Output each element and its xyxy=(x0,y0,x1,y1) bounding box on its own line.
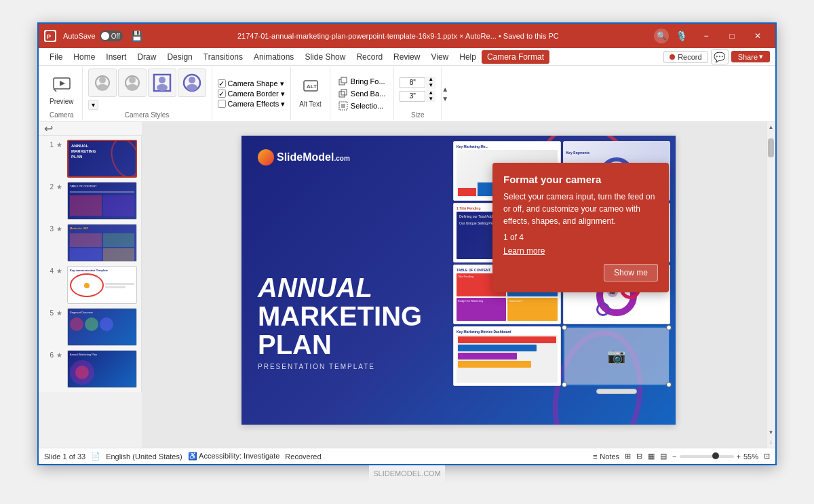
scroll-down-button[interactable]: ▼ xyxy=(769,427,774,437)
zoom-slider-thumb xyxy=(712,452,719,459)
camera-effects-btn[interactable]: Camera Effects ▾ xyxy=(218,100,286,109)
selection-button[interactable]: Selectio... xyxy=(336,100,388,111)
camera-border-check: ✓ xyxy=(218,90,226,98)
thumb-overlay-7: Key Marketing Metrics Dashboard xyxy=(453,326,561,386)
resize-handle-tr[interactable] xyxy=(666,325,672,330)
resize-handle-bl[interactable] xyxy=(562,382,567,387)
share-label: Share xyxy=(738,53,758,61)
scroll-up-button[interactable]: ▲ xyxy=(769,122,774,132)
slide-canvas[interactable]: SlideModel.com ANNUAL MARKETING PLAN PRE… xyxy=(241,136,676,425)
ribbon-group-alt: ALT Alt Text xyxy=(291,67,330,120)
record-button[interactable]: Record xyxy=(663,51,708,63)
slide-thumb-2[interactable]: TABLE OF CONTENT xyxy=(67,182,137,220)
camera-preview-icon xyxy=(52,74,71,96)
slide-thumb-6[interactable]: Annual Marketing Plan xyxy=(67,350,137,388)
preview-button[interactable]: Preview xyxy=(47,71,77,108)
menu-review[interactable]: Review xyxy=(388,50,425,64)
svg-point-13 xyxy=(157,84,168,91)
reading-view-button[interactable]: ▦ xyxy=(648,452,655,461)
menu-record[interactable]: Record xyxy=(351,50,388,64)
slide-thumb-5[interactable]: Segment Overview xyxy=(67,308,137,346)
ribbon-up-arrow[interactable]: ▲ xyxy=(442,84,448,94)
zoom-level[interactable]: 55% xyxy=(743,452,758,461)
svg-point-9 xyxy=(129,77,136,83)
minimize-button[interactable]: − xyxy=(694,26,718,45)
svg-text:ALT: ALT xyxy=(307,83,317,90)
accessibility-btn[interactable]: ♿ Accessibility: Investigate xyxy=(188,452,280,461)
width-input[interactable] xyxy=(400,77,425,88)
camera-frame[interactable]: 📷 xyxy=(563,326,671,386)
slide-logo: SlideModel.com xyxy=(258,149,350,166)
normal-view-button[interactable]: ⊞ xyxy=(625,452,631,461)
arrange-actions: Bring Fo... Send Ba... Selectio... xyxy=(336,76,388,111)
slide-num-2: 2 xyxy=(43,182,54,191)
notes-button[interactable]: ≡ Notes xyxy=(593,452,619,461)
ribbon-expand[interactable]: ▲ ▼ xyxy=(442,67,448,120)
slide-thumb-3[interactable]: Market to USP xyxy=(67,224,137,262)
powerpoint-icon: P xyxy=(44,30,56,42)
style-item-3[interactable] xyxy=(148,69,176,97)
ribbon-group-styles: ▾ Camera Styles xyxy=(83,67,212,120)
language-indicator[interactable]: English (United States) xyxy=(106,452,182,461)
slide-sorter-button[interactable]: ⊟ xyxy=(636,452,642,461)
style-item-4[interactable] xyxy=(178,69,206,97)
menu-slideshow[interactable]: Slide Show xyxy=(299,50,351,64)
scroll-bottom-button[interactable]: ↓ xyxy=(770,437,773,446)
slide-star-1: ★ xyxy=(56,140,64,149)
menu-transitions[interactable]: Transitions xyxy=(198,50,248,64)
styles-dropdown[interactable]: ▾ xyxy=(88,100,98,110)
zoom-out-button[interactable]: − xyxy=(672,452,676,461)
show-me-button[interactable]: Show me xyxy=(604,264,658,282)
menu-view[interactable]: View xyxy=(425,50,454,64)
autosave-toggle[interactable]: Off xyxy=(100,31,123,41)
undo-icon[interactable]: ↩ xyxy=(44,122,53,135)
slide-thumb-1[interactable]: ANNUAL MARKETING PLAN xyxy=(67,140,137,178)
bring-forward-button[interactable]: Bring Fo... xyxy=(336,76,388,87)
height-down-button[interactable]: ▼ xyxy=(426,96,435,102)
resize-handle-tl[interactable] xyxy=(562,325,567,330)
slide-thumb-4[interactable]: Key communicative Template xyxy=(67,266,137,304)
height-input[interactable] xyxy=(400,91,425,102)
search-icon[interactable]: 🔍 xyxy=(654,28,669,43)
comment-button[interactable]: 💬 xyxy=(711,50,729,64)
alt-text-button[interactable]: ALT Alt Text xyxy=(296,77,324,111)
menu-home[interactable]: Home xyxy=(68,50,100,64)
menubar: File Home Insert Draw Design Transitions… xyxy=(39,48,775,66)
resize-handle-br[interactable] xyxy=(666,382,672,387)
recovered-label: Recovered xyxy=(285,452,321,461)
slide-thumb-row-1: 1 ★ ANNUAL MARKETING PLAN xyxy=(41,138,138,179)
save-icon[interactable]: 💾 xyxy=(131,31,142,41)
share-button[interactable]: Share ▾ xyxy=(731,51,770,62)
learn-more-link[interactable]: Learn more xyxy=(503,246,658,256)
width-down-button[interactable]: ▼ xyxy=(426,83,435,89)
send-backward-button[interactable]: Send Ba... xyxy=(336,88,388,99)
menu-camera-format[interactable]: Camera Format xyxy=(482,50,549,64)
mic-icon[interactable]: 🎙️ xyxy=(676,31,687,41)
zoom-slider[interactable] xyxy=(680,455,734,458)
close-button[interactable]: ✕ xyxy=(745,26,770,45)
menu-help[interactable]: Help xyxy=(454,50,482,64)
title-annual: ANNUAL MARKETING PLAN xyxy=(258,273,422,359)
slide-star-2: ★ xyxy=(56,182,64,191)
rotation-handle[interactable] xyxy=(596,389,637,394)
menu-draw[interactable]: Draw xyxy=(132,50,161,64)
camera-shape-btn[interactable]: ✓ Camera Shape ▾ xyxy=(218,79,286,88)
presenter-view-button[interactable]: ▤ xyxy=(660,452,667,461)
ribbon-down-arrow[interactable]: ▼ xyxy=(442,94,448,103)
menu-design[interactable]: Design xyxy=(161,50,197,64)
style-item-1[interactable] xyxy=(88,69,117,97)
camera-border-btn[interactable]: ✓ Camera Border ▾ xyxy=(218,90,286,98)
logo-text: SlideModel.com xyxy=(277,151,350,163)
svg-marker-3 xyxy=(60,81,65,86)
fit-slide-button[interactable]: ⊡ xyxy=(764,452,770,461)
menu-insert[interactable]: Insert xyxy=(100,50,132,64)
slide-star-3: ★ xyxy=(56,224,64,233)
style-item-2[interactable] xyxy=(118,69,147,97)
restore-button[interactable]: □ xyxy=(720,26,744,45)
zoom-in-button[interactable]: + xyxy=(737,452,741,461)
scroll-thumb[interactable] xyxy=(768,138,774,157)
scrollbar-vertical[interactable]: ▲ ▼ ↓ xyxy=(766,122,775,448)
menu-animations[interactable]: Animations xyxy=(248,50,299,64)
menu-file[interactable]: File xyxy=(44,50,68,64)
notes-label: Notes xyxy=(600,452,619,461)
